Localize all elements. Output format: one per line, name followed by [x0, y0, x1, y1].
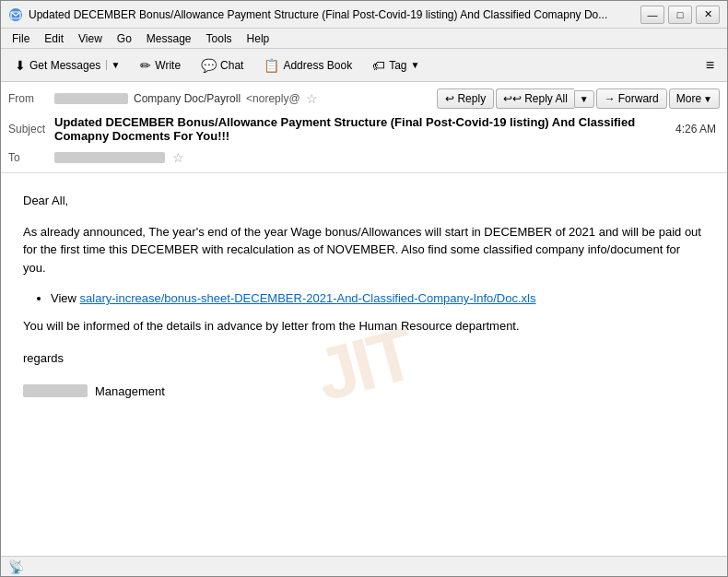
reply-arrow-icon: ↩: [445, 92, 454, 105]
to-row: To ☆: [8, 147, 720, 169]
sender-email: <noreply@: [246, 92, 300, 105]
body-paragraph1: As already announced, The year's end of …: [23, 223, 705, 277]
address-book-icon: 📋: [264, 58, 279, 73]
list-item: View salary-increase/bonus-sheet-DECEMBE…: [51, 289, 705, 308]
tag-label: Tag: [389, 59, 406, 72]
chat-button[interactable]: 💬 Chat: [193, 54, 252, 77]
address-book-label: Address Book: [283, 59, 352, 72]
tag-icon: 🏷: [372, 58, 385, 73]
regards-block: regards Management: [23, 349, 705, 400]
email-header: From Company Doc/Payroll <noreply@ ☆ ↩ R…: [1, 82, 727, 173]
email-time: 4:26 AM: [675, 123, 720, 135]
star-icon[interactable]: ☆: [306, 91, 318, 106]
chat-icon: 💬: [201, 58, 217, 73]
maximize-button[interactable]: □: [668, 6, 692, 24]
menu-view[interactable]: View: [71, 30, 110, 47]
reply-all-label: Reply All: [524, 92, 568, 105]
app-icon: [8, 7, 23, 22]
write-label: Write: [155, 59, 181, 72]
write-button[interactable]: ✏ Write: [132, 54, 189, 77]
email-content: Dear All, As already announced, The year…: [23, 192, 705, 400]
get-messages-label: Get Messages: [29, 59, 100, 72]
minimize-button[interactable]: —: [640, 6, 664, 24]
menu-bar: File Edit View Go Message Tools Help: [1, 29, 727, 49]
forward-label: Forward: [618, 92, 659, 105]
from-row: From Company Doc/Payroll <noreply@ ☆ ↩ R…: [8, 86, 720, 112]
menu-help[interactable]: Help: [240, 30, 277, 47]
hamburger-button[interactable]: ≡: [699, 54, 722, 77]
more-label: More: [676, 92, 701, 105]
body-list: View salary-increase/bonus-sheet-DECEMBE…: [51, 289, 705, 308]
body-paragraph2: You will be informed of the details in a…: [23, 317, 705, 336]
to-label: To: [8, 151, 54, 164]
get-messages-icon: ⬇: [15, 58, 26, 73]
tag-button[interactable]: 🏷 Tag ▼: [364, 54, 428, 77]
email-body: JIT Dear All, As already announced, The …: [1, 173, 727, 556]
status-bar: 📡: [1, 556, 727, 576]
signature-management: Management: [95, 384, 165, 398]
menu-file[interactable]: File: [5, 30, 37, 47]
chat-label: Chat: [220, 59, 243, 72]
forward-button[interactable]: → Forward: [596, 88, 667, 109]
greeting: Dear All,: [23, 192, 705, 210]
sender-name: Company Doc/Payroll: [134, 92, 241, 105]
menu-tools[interactable]: Tools: [199, 30, 240, 47]
from-label: From: [8, 92, 54, 105]
toolbar: ⬇ Get Messages ▼ ✏ Write 💬 Chat 📋 Addres…: [1, 49, 727, 82]
reply-all-button[interactable]: ↩↩ Reply All: [496, 88, 574, 109]
address-book-button[interactable]: 📋 Address Book: [255, 54, 360, 77]
menu-edit[interactable]: Edit: [37, 30, 71, 47]
reply-all-dropdown-button[interactable]: ▼: [574, 90, 594, 108]
malicious-link[interactable]: salary-increase/bonus-sheet-DECEMBER-202…: [80, 291, 536, 305]
more-button[interactable]: More ▼: [669, 88, 720, 109]
more-dropdown-icon: ▼: [703, 94, 712, 104]
signature-block: Management: [23, 384, 165, 398]
to-value: [54, 152, 165, 163]
reply-label: Reply: [457, 92, 486, 105]
get-messages-dropdown-icon[interactable]: ▼: [106, 60, 120, 70]
subject-text: Updated DECEMBER Bonus/Allowance Payment…: [54, 115, 675, 143]
title-bar: Updated DECEMBER Bonus/Allowance Payment…: [1, 1, 727, 29]
subject-label: Subject: [8, 123, 54, 135]
reply-button[interactable]: ↩ Reply: [437, 88, 494, 109]
reply-actions: ↩ Reply ↩↩ Reply All ▼ → Forward More ▼: [437, 88, 720, 109]
connection-status-icon: 📡: [8, 559, 24, 574]
tag-dropdown-icon: ▼: [411, 60, 420, 70]
close-button[interactable]: ✕: [696, 6, 720, 24]
write-icon: ✏: [140, 58, 151, 73]
main-window: Updated DECEMBER Bonus/Allowance Payment…: [0, 0, 728, 577]
reply-all-group: ↩↩ Reply All ▼: [496, 88, 594, 109]
forward-arrow-icon: →: [605, 92, 616, 105]
subject-row: Subject Updated DECEMBER Bonus/Allowance…: [8, 112, 720, 147]
regards-text: regards: [23, 349, 705, 368]
link-label: View: [51, 291, 76, 305]
reply-all-arrow-icon: ↩↩: [503, 92, 522, 105]
menu-go[interactable]: Go: [110, 30, 139, 47]
to-star-icon[interactable]: ☆: [172, 150, 184, 165]
window-title: Updated DECEMBER Bonus/Allowance Payment…: [29, 8, 640, 21]
get-messages-button[interactable]: ⬇ Get Messages ▼: [6, 54, 128, 77]
menu-message[interactable]: Message: [139, 30, 199, 47]
window-controls: — □ ✕: [640, 6, 720, 24]
sender-avatar: [54, 93, 128, 104]
signature-name-blur: [23, 384, 88, 397]
from-value: Company Doc/Payroll <noreply@ ☆: [54, 91, 437, 106]
